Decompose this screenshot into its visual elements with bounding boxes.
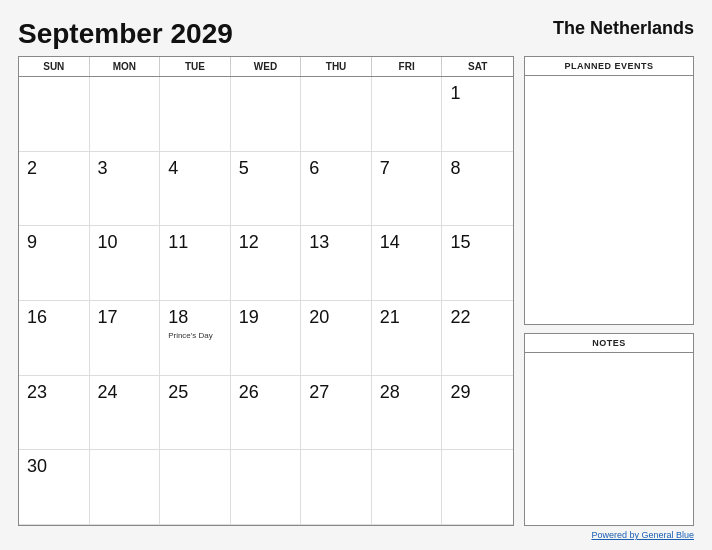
calendar-grid: 123456789101112131415161718Prince's Day1… (19, 77, 513, 525)
date-number: 14 (380, 232, 434, 254)
day-headers: SUN MON TUE WED THU FRI SAT (19, 57, 513, 77)
day-header-mon: MON (90, 57, 161, 76)
footer: Powered by General Blue (18, 530, 694, 540)
date-number: 9 (27, 232, 81, 254)
planned-events-box: PLANNED EVENTS (524, 56, 694, 325)
planned-events-title: PLANNED EVENTS (525, 57, 693, 76)
calendar-cell: 5 (231, 152, 302, 227)
notes-box: NOTES (524, 333, 694, 526)
calendar-cell (301, 77, 372, 152)
calendar-cell (19, 77, 90, 152)
calendar-cell: 15 (442, 226, 513, 301)
day-header-wed: WED (231, 57, 302, 76)
date-number: 16 (27, 307, 81, 329)
date-number: 20 (309, 307, 363, 329)
date-number: 28 (380, 382, 434, 404)
calendar-cell: 8 (442, 152, 513, 227)
calendar-cell: 24 (90, 376, 161, 451)
date-number: 21 (380, 307, 434, 329)
date-number: 6 (309, 158, 363, 180)
date-number: 26 (239, 382, 293, 404)
date-number: 30 (27, 456, 81, 478)
calendar-cell: 2 (19, 152, 90, 227)
calendar-cell: 19 (231, 301, 302, 376)
calendar-cell: 12 (231, 226, 302, 301)
calendar-cell: 1 (442, 77, 513, 152)
calendar-cell: 21 (372, 301, 443, 376)
calendar-cell: 26 (231, 376, 302, 451)
date-number: 3 (98, 158, 152, 180)
calendar-cell: 4 (160, 152, 231, 227)
header: September 2029 The Netherlands (18, 18, 694, 50)
calendar-cell (372, 450, 443, 525)
date-number: 15 (450, 232, 505, 254)
date-number: 10 (98, 232, 152, 254)
date-number: 17 (98, 307, 152, 329)
date-number: 2 (27, 158, 81, 180)
calendar-cell: 16 (19, 301, 90, 376)
calendar-cell (231, 450, 302, 525)
general-blue-link[interactable]: Powered by General Blue (591, 530, 694, 540)
date-number: 1 (450, 83, 505, 105)
sidebar: PLANNED EVENTS NOTES (524, 56, 694, 526)
planned-events-content (525, 76, 693, 324)
calendar-cell: 27 (301, 376, 372, 451)
date-number: 19 (239, 307, 293, 329)
date-number: 23 (27, 382, 81, 404)
date-number: 27 (309, 382, 363, 404)
day-header-sun: SUN (19, 57, 90, 76)
calendar-cell: 10 (90, 226, 161, 301)
date-number: 7 (380, 158, 434, 180)
date-number: 25 (168, 382, 222, 404)
main-area: SUN MON TUE WED THU FRI SAT 123456789101… (18, 56, 694, 526)
day-header-thu: THU (301, 57, 372, 76)
calendar-cell: 7 (372, 152, 443, 227)
calendar-section: SUN MON TUE WED THU FRI SAT 123456789101… (18, 56, 514, 526)
calendar-cell: 13 (301, 226, 372, 301)
calendar-cell: 29 (442, 376, 513, 451)
day-header-fri: FRI (372, 57, 443, 76)
calendar-cell: 22 (442, 301, 513, 376)
notes-title: NOTES (525, 334, 693, 353)
calendar-cell (160, 77, 231, 152)
date-number: 4 (168, 158, 222, 180)
calendar-cell (231, 77, 302, 152)
calendar-cell: 23 (19, 376, 90, 451)
country-title: The Netherlands (553, 18, 694, 39)
calendar-cell: 18Prince's Day (160, 301, 231, 376)
calendar-cell: 25 (160, 376, 231, 451)
calendar-cell: 20 (301, 301, 372, 376)
date-number: 24 (98, 382, 152, 404)
calendar-cell: 9 (19, 226, 90, 301)
date-number: 12 (239, 232, 293, 254)
holiday-label: Prince's Day (168, 331, 222, 341)
calendar-cell (90, 450, 161, 525)
notes-content (525, 353, 693, 525)
date-number: 5 (239, 158, 293, 180)
calendar-cell (90, 77, 161, 152)
date-number: 11 (168, 232, 222, 254)
calendar-cell: 11 (160, 226, 231, 301)
calendar-cell (301, 450, 372, 525)
day-header-tue: TUE (160, 57, 231, 76)
date-number: 18 (168, 307, 222, 329)
day-header-sat: SAT (442, 57, 513, 76)
calendar-cell (442, 450, 513, 525)
calendar-cell: 6 (301, 152, 372, 227)
date-number: 22 (450, 307, 505, 329)
date-number: 13 (309, 232, 363, 254)
date-number: 8 (450, 158, 505, 180)
date-number: 29 (450, 382, 505, 404)
calendar-cell (372, 77, 443, 152)
page: September 2029 The Netherlands SUN MON T… (0, 0, 712, 550)
calendar-cell: 17 (90, 301, 161, 376)
calendar-cell: 3 (90, 152, 161, 227)
calendar-cell (160, 450, 231, 525)
calendar-cell: 30 (19, 450, 90, 525)
calendar-cell: 28 (372, 376, 443, 451)
calendar-cell: 14 (372, 226, 443, 301)
month-title: September 2029 (18, 18, 233, 50)
